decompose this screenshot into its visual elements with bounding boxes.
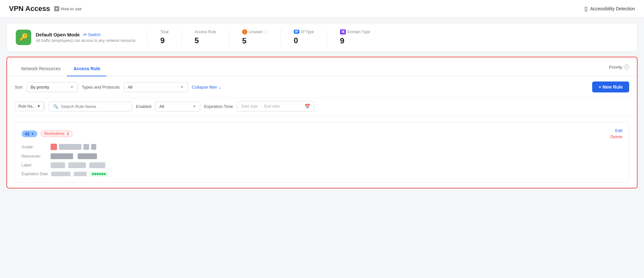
priority-number: 42 (25, 131, 29, 136)
domain-type-label: 域 Domain Type (340, 29, 370, 34)
sort-label: Sort (15, 85, 23, 90)
access-rule-label: Access Rule (194, 30, 216, 34)
expiry-chip-1 (51, 172, 71, 176)
expiration-date-row: Expiration Date ■■■■■■ (22, 171, 622, 177)
date-separator: - (260, 104, 262, 109)
priority-badge: 42 ▼ (22, 130, 37, 137)
scope-value (51, 144, 96, 150)
page-header: VPN Access ■ How to use ▯ Accessibility … (0, 0, 644, 18)
switch-label: Switch (88, 32, 100, 37)
sort-chevron-icon: ▼ (70, 85, 74, 89)
enabled-select[interactable]: All ▼ (155, 101, 200, 111)
label-value (51, 162, 105, 168)
new-rule-label: + New Rule (599, 84, 623, 90)
resources-value (51, 153, 97, 159)
scope-row: Scope: (22, 144, 622, 150)
mode-description: All traffic (employees) can access to an… (36, 38, 136, 43)
scope-chip-3 (83, 144, 89, 150)
search-icon: 🔍 (53, 104, 58, 109)
domain-type-value: 9 (340, 36, 344, 45)
types-protocols-select[interactable]: All ▼ (124, 82, 188, 92)
label-row: Label: (22, 162, 622, 168)
resources-row: Resources: (22, 153, 622, 159)
resources-label: Resources: (22, 154, 47, 158)
sort-select[interactable]: By priority ▼ (26, 82, 78, 92)
access-rule-value: 5 (194, 36, 199, 45)
priority-section: Priority ? (609, 64, 629, 74)
rule-details: Scope: Resources: (22, 144, 622, 177)
types-protocols-label: Types and Protocols (82, 85, 120, 90)
resource-chip-2 (78, 153, 97, 159)
switch-icon: ⇌ (83, 32, 87, 37)
collapse-filter-label: Collapse filter (192, 85, 217, 90)
tabs-header: Network Resources Access Rule Priority ? (7, 57, 637, 76)
book-icon: ■ (54, 6, 59, 11)
mode-name: Default Open Mode (36, 32, 80, 37)
switch-button[interactable]: ⇌ Switch (83, 32, 100, 37)
stats-bar: 🔑 Default Open Mode ⇌ Switch All traffic… (6, 23, 638, 52)
ip-badge: IP (294, 30, 299, 34)
scope-chip-1 (51, 144, 57, 150)
total-label: Total (160, 30, 168, 34)
restrictions-badge: Restrictions 1 (41, 130, 72, 137)
rule-card-actions: Edit Delete (610, 128, 622, 139)
rule-card-header: 42 ▼ Restrictions 1 Edit Delete (22, 128, 622, 139)
restrictions-label: Restrictions (44, 131, 64, 136)
accessibility-detection-label: Accessibility Detection (590, 6, 635, 11)
rule-name-chevron-icon: ▼ (37, 104, 41, 109)
expiration-time-label: Expiration Time (204, 104, 233, 109)
collapse-filter-button[interactable]: Collapse filter ⌄ (192, 85, 222, 90)
rule-card: 42 ▼ Restrictions 1 Edit Delete (15, 122, 629, 183)
scope-label: Scope: (22, 145, 47, 149)
new-rule-button[interactable]: + New Rule (592, 81, 629, 92)
mode-info: Default Open Mode ⇌ Switch All traffic (… (36, 32, 136, 43)
mode-title-row: Default Open Mode ⇌ Switch (36, 32, 136, 37)
tab-network-resources[interactable]: Network Resources (15, 63, 67, 76)
expiry-active-badge: ■■■■■■ (90, 171, 108, 177)
how-to-use-label: How to use (61, 6, 82, 11)
rule-name-select[interactable]: Rule Na... ▼ (15, 101, 44, 111)
main-panel: Network Resources Access Rule Priority ?… (6, 57, 638, 188)
tab-access-rule[interactable]: Access Rule (67, 63, 107, 76)
tabs-left: Network Resources Access Rule (15, 62, 107, 76)
delete-button[interactable]: Delete (610, 134, 622, 139)
stat-domain-type: 域 Domain Type 9 (327, 29, 383, 45)
page-title: VPN Access (9, 5, 50, 13)
expiration-date-value: ■■■■■■ (51, 171, 108, 177)
mode-section: 🔑 Default Open Mode ⇌ Switch All traffic… (16, 30, 147, 45)
stat-ip-type: IP IP Type 0 (281, 30, 327, 45)
main-content: Network Resources Access Rule Priority ?… (6, 57, 638, 188)
expiration-date-label: Expiration Date (22, 172, 48, 176)
rule-card-left: 42 ▼ Restrictions 1 (22, 130, 72, 137)
stat-unused: ! Unused ⓘ 5 (229, 29, 281, 45)
calendar-icon[interactable]: 📅 (305, 104, 310, 109)
priority-help-icon[interactable]: ? (624, 64, 629, 70)
search-box[interactable]: 🔍 (48, 101, 132, 111)
rule-list: 42 ▼ Restrictions 1 Edit Delete (7, 117, 637, 188)
header-left: VPN Access ■ How to use (9, 5, 82, 13)
label-chip-3 (89, 162, 105, 168)
scope-chip-2 (59, 144, 81, 150)
scope-chip-4 (91, 144, 96, 150)
restrictions-count: 1 (67, 131, 69, 136)
unused-value: 5 (242, 36, 246, 45)
filter-row-1: Sort By priority ▼ Types and Protocols A… (7, 76, 637, 98)
stat-total: Total 9 (147, 30, 182, 45)
collapse-filter-chevron-icon: ⌄ (218, 85, 222, 90)
date-range-picker[interactable]: Start date - End date 📅 (237, 101, 314, 111)
info-icon[interactable]: ⓘ (264, 29, 268, 34)
how-to-use-link[interactable]: ■ How to use (54, 6, 82, 11)
accessibility-detection-button[interactable]: ▯ Accessibility Detection (584, 5, 635, 12)
total-value: 9 (160, 36, 165, 45)
search-input[interactable] (61, 104, 127, 109)
expiry-chip-2 (74, 172, 87, 176)
ip-type-value: 0 (294, 36, 298, 45)
edit-button[interactable]: Edit (615, 128, 622, 133)
unused-label: ! Unused ⓘ (242, 29, 268, 34)
end-date-placeholder: End date (264, 104, 280, 109)
enabled-label: Enabled (136, 104, 151, 109)
priority-badge-chevron-icon[interactable]: ▼ (31, 132, 34, 136)
enabled-value: All (159, 104, 164, 109)
types-protocols-value: All (128, 85, 132, 90)
sort-value: By priority (31, 85, 49, 90)
